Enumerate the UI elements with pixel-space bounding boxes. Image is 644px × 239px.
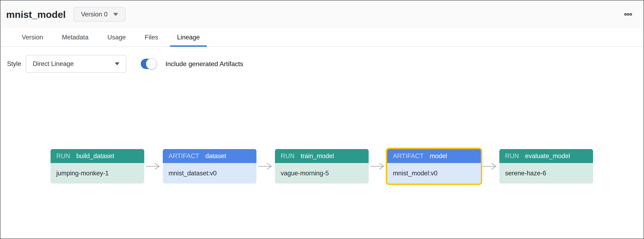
tab-bar: Version Metadata Usage Files Lineage bbox=[0, 28, 644, 47]
tab-files[interactable]: Files bbox=[145, 28, 158, 46]
node-header: RUN build_dataset bbox=[50, 149, 144, 163]
node-kind-label: ARTIFACT bbox=[393, 152, 424, 160]
lineage-node-artifact-model-selected[interactable]: ARTIFACT model mnist_model:v0 bbox=[387, 149, 481, 184]
arrow-right-icon bbox=[258, 163, 274, 170]
version-dropdown-label: Version 0 bbox=[81, 11, 108, 18]
lineage-arrow bbox=[481, 149, 499, 184]
include-artifacts-toggle[interactable] bbox=[141, 59, 156, 69]
lineage-node-run-build-dataset[interactable]: RUN build_dataset jumping-monkey-1 bbox=[50, 149, 144, 184]
tab-version[interactable]: Version bbox=[22, 28, 43, 46]
node-header: RUN train_model bbox=[275, 149, 369, 163]
style-dropdown[interactable]: Direct Lineage bbox=[26, 55, 126, 73]
page-title: mnist_model bbox=[6, 9, 66, 20]
version-dropdown-button[interactable]: Version 0 bbox=[74, 7, 126, 22]
toggle-knob bbox=[146, 58, 157, 69]
node-name: model bbox=[430, 152, 447, 160]
tab-usage[interactable]: Usage bbox=[108, 28, 126, 46]
chevron-down-icon bbox=[113, 13, 118, 16]
node-detail: serene-haze-6 bbox=[499, 163, 593, 184]
node-header: ARTIFACT model bbox=[387, 149, 481, 163]
include-artifacts-label: Include generated Artifacts bbox=[166, 60, 243, 68]
lineage-arrow bbox=[256, 149, 275, 184]
arrow-right-icon bbox=[482, 163, 498, 170]
lineage-graph: RUN build_dataset jumping-monkey-1 ARTIF… bbox=[50, 149, 593, 184]
lineage-node-run-train-model[interactable]: RUN train_model vague-morning-5 bbox=[275, 149, 369, 184]
node-name: dataset bbox=[205, 152, 226, 160]
node-name: build_dataset bbox=[76, 152, 114, 160]
style-dropdown-value: Direct Lineage bbox=[33, 60, 74, 67]
lineage-arrow bbox=[369, 149, 387, 184]
page-header: mnist_model Version 0 bbox=[0, 0, 644, 28]
chevron-down-icon bbox=[115, 62, 120, 65]
node-kind-label: RUN bbox=[505, 152, 519, 160]
tab-lineage[interactable]: Lineage bbox=[177, 28, 200, 46]
node-kind-label: RUN bbox=[281, 152, 294, 160]
style-label: Style bbox=[7, 60, 21, 67]
node-header: ARTIFACT dataset bbox=[163, 149, 256, 163]
lineage-controls: Style Direct Lineage Include generated A… bbox=[0, 55, 644, 73]
node-detail: jumping-monkey-1 bbox=[50, 163, 144, 184]
arrow-right-icon bbox=[146, 163, 161, 170]
tab-metadata[interactable]: Metadata bbox=[62, 28, 88, 46]
overflow-menu-button[interactable] bbox=[624, 13, 632, 16]
lineage-node-artifact-dataset[interactable]: ARTIFACT dataset mnist_dataset:v0 bbox=[163, 149, 256, 184]
lineage-node-run-evaluate-model[interactable]: RUN evaluate_model serene-haze-6 bbox=[499, 149, 593, 184]
node-detail: mnist_dataset:v0 bbox=[163, 163, 256, 184]
node-header: RUN evaluate_model bbox=[499, 149, 593, 163]
lineage-arrow bbox=[144, 149, 163, 184]
node-name: evaluate_model bbox=[525, 152, 570, 160]
include-artifacts-control: Include generated Artifacts bbox=[141, 59, 243, 69]
node-name: train_model bbox=[301, 152, 334, 160]
node-detail: vague-morning-5 bbox=[275, 163, 369, 184]
node-kind-label: ARTIFACT bbox=[168, 152, 199, 160]
node-kind-label: RUN bbox=[56, 152, 70, 160]
arrow-right-icon bbox=[370, 163, 386, 170]
three-dots-icon bbox=[624, 13, 632, 16]
node-detail: mnist_model:v0 bbox=[387, 163, 481, 184]
artifact-page: mnist_model Version 0 Version Metadata U… bbox=[0, 0, 644, 239]
